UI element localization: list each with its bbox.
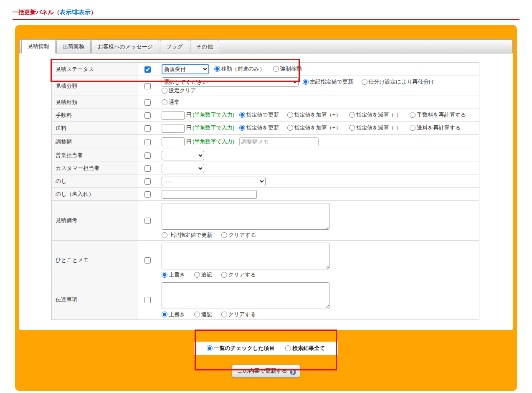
quote-category-checkbox[interactable]: [144, 83, 151, 89]
quote-status-select[interactable]: 新規受付: [162, 64, 209, 74]
submit-label: この内容で更新する: [238, 368, 287, 374]
toggle-visibility-link[interactable]: 表示/非表示: [60, 9, 91, 15]
radio-input[interactable]: [221, 232, 227, 238]
radio-input[interactable]: [194, 272, 200, 278]
row-label: 調整額: [52, 135, 137, 149]
radio-option-note-clear[interactable]: クリアする: [221, 232, 256, 238]
radio-option-fee-update[interactable]: 指定値で更新: [239, 112, 279, 118]
radio-option-memo-append[interactable]: 追記: [194, 271, 212, 278]
radio-input[interactable]: [285, 345, 291, 351]
input-hint: (半角数字で入力): [193, 138, 234, 145]
radio-input[interactable]: [194, 312, 200, 317]
radio-input[interactable]: [362, 79, 367, 85]
fee-checkbox[interactable]: [144, 112, 151, 119]
message-textarea[interactable]: [162, 282, 329, 309]
radio-label: 仕分け設定により再仕分け: [369, 79, 435, 85]
radio-input[interactable]: [207, 345, 213, 351]
submit-update-button[interactable]: この内容で更新する❯: [232, 365, 300, 378]
noshi-select[interactable]: -----: [162, 177, 266, 186]
radio-option-all-results[interactable]: 検索結果全て: [285, 345, 325, 351]
radio-input[interactable]: [303, 79, 309, 85]
radio-input[interactable]: [162, 99, 167, 105]
radio-option-shipping-recalc[interactable]: 送料を再計算する: [410, 124, 461, 131]
radio-option-normal[interactable]: 通常: [162, 99, 180, 105]
radio-input[interactable]: [287, 112, 293, 118]
paren-open: （: [54, 9, 60, 15]
quote-type-checkbox[interactable]: [144, 99, 151, 106]
radio-option-note-update[interactable]: 上記指定値で更新: [162, 232, 212, 238]
customer-rep-select[interactable]: --: [162, 164, 204, 173]
sales-rep-checkbox[interactable]: [144, 152, 151, 159]
noshi-checkbox[interactable]: [144, 178, 151, 185]
radio-input[interactable]: [349, 112, 355, 118]
input-hint: (半角数字で入力): [193, 124, 234, 131]
radio-input[interactable]: [162, 272, 167, 278]
message-mode-options: 上書き 追記 クリアする: [162, 311, 476, 318]
radio-input[interactable]: [410, 125, 415, 131]
radio-input[interactable]: [214, 66, 220, 72]
tab-other[interactable]: その他: [190, 40, 219, 53]
hitokoto-memo-checkbox[interactable]: [144, 257, 151, 264]
radio-input[interactable]: [162, 232, 167, 238]
radio-input[interactable]: [221, 272, 227, 278]
radio-option-force-move[interactable]: 強制移動: [273, 66, 302, 72]
fee-input[interactable]: [162, 111, 185, 120]
radio-option-checked-items[interactable]: 一覧のチェックした項目: [207, 345, 274, 351]
radio-option-fee-subtract[interactable]: 指定値を減算（-）: [349, 112, 402, 118]
radio-input[interactable]: [221, 312, 227, 317]
page-header: 一括更新パネル（表示/非表示）: [13, 9, 519, 16]
radio-label: 追記: [201, 311, 212, 317]
radio-option-message-append[interactable]: 追記: [194, 311, 212, 317]
row-label: カスタマー担当者: [52, 162, 137, 175]
radio-option-resort[interactable]: 仕分け設定により再仕分け: [362, 79, 435, 85]
radio-option-message-clear[interactable]: クリアする: [221, 311, 256, 317]
radio-option-message-overwrite[interactable]: 上書き: [162, 311, 185, 317]
radio-input[interactable]: [162, 312, 167, 317]
sales-rep-select[interactable]: --: [162, 151, 204, 160]
radio-label: 上記指定値で更新: [169, 232, 212, 238]
quote-status-checkbox[interactable]: [144, 66, 151, 73]
radio-input[interactable]: [410, 112, 415, 118]
noshi-name-input[interactable]: [162, 190, 257, 199]
radio-option-memo-clear[interactable]: クリアする: [221, 271, 256, 278]
shipping-checkbox[interactable]: [144, 125, 151, 132]
radio-label: クリアする: [228, 311, 256, 317]
radio-option-move-forward[interactable]: 移動（前進のみ）: [214, 66, 265, 72]
radio-label: 上書き: [169, 311, 185, 317]
adjustment-input[interactable]: [162, 137, 185, 146]
radio-input[interactable]: [349, 125, 355, 131]
radio-option-update-with-value[interactable]: 左記指定値で更新: [303, 79, 353, 85]
row-label: 見積分類: [52, 76, 137, 96]
radio-input[interactable]: [239, 112, 245, 118]
adjustment-checkbox[interactable]: [144, 139, 151, 145]
adjustment-memo-input[interactable]: [239, 137, 319, 146]
radio-option-clear-setting[interactable]: 設定クリア: [162, 87, 196, 94]
radio-option-fee-add[interactable]: 指定値を加算（+）: [287, 112, 341, 118]
quote-note-checkbox[interactable]: [144, 218, 151, 224]
radio-option-shipping-update[interactable]: 指定値を更新: [239, 124, 279, 131]
radio-option-memo-overwrite[interactable]: 上書き: [162, 271, 185, 278]
radio-option-shipping-add[interactable]: 指定値を加算（+）: [287, 124, 341, 131]
radio-input[interactable]: [162, 88, 167, 94]
tab-bar: 見積情報 出荷業務 お客様へのメッセージ フラグ その他: [19, 39, 513, 53]
row-quote-category: 見積分類 選択してください 左記指定値で更新 仕分け設定により再仕分け 設定クリ…: [52, 76, 479, 96]
radio-input[interactable]: [273, 66, 279, 72]
radio-input[interactable]: [239, 125, 245, 131]
radio-input[interactable]: [287, 125, 293, 131]
row-label: のし: [52, 175, 137, 188]
radio-label: 指定値を加算（+）: [294, 112, 341, 118]
quote-category-select[interactable]: 選択してください: [162, 77, 299, 87]
noshi-name-checkbox[interactable]: [144, 191, 151, 198]
hitokoto-memo-textarea[interactable]: [162, 243, 329, 269]
customer-rep-checkbox[interactable]: [144, 165, 151, 172]
tab-quote-info[interactable]: 見積情報: [21, 39, 56, 53]
radio-option-shipping-subtract[interactable]: 指定値を減算（-）: [349, 124, 402, 131]
shipping-input[interactable]: [162, 124, 185, 133]
tab-customer-message[interactable]: お客様へのメッセージ: [91, 40, 159, 53]
tab-shipping-work[interactable]: 出荷業務: [56, 40, 91, 53]
tab-flag[interactable]: フラグ: [160, 40, 189, 53]
row-label: 営業担当者: [52, 149, 137, 162]
radio-option-fee-recalc[interactable]: 手数料を再計算する: [410, 112, 466, 118]
quote-note-textarea[interactable]: [162, 203, 329, 230]
message-checkbox[interactable]: [144, 297, 151, 303]
